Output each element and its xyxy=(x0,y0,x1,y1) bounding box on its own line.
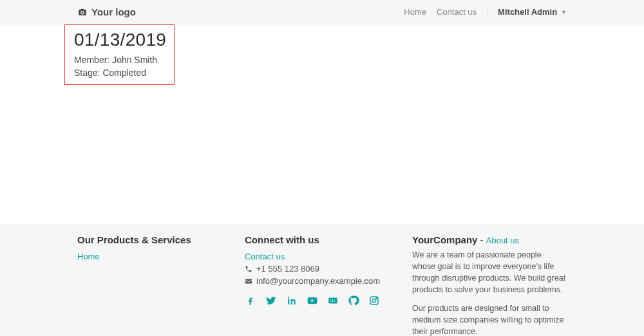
logo-text: Your logo xyxy=(91,6,136,17)
about-paragraph-2: Our products are designed for small to m… xyxy=(412,303,567,337)
nav-contact[interactable]: Contact us xyxy=(437,7,477,17)
svg-point-4 xyxy=(376,298,377,299)
email-text: info@yourcompany.example.com xyxy=(256,276,380,286)
facebook-icon[interactable] xyxy=(245,295,256,306)
main-content: 01/13/2019 Member: John Smith Stage: Com… xyxy=(0,24,644,224)
logo[interactable]: Your logo xyxy=(77,6,136,17)
stage-label: Stage: xyxy=(74,68,100,78)
email-row: info@yourcompany.example.com xyxy=(245,276,399,286)
record-member: Member: John Smith xyxy=(74,55,166,65)
footer-col-products: Our Products & Services Home xyxy=(77,234,232,336)
nav-separator xyxy=(487,6,488,18)
github-icon[interactable] xyxy=(348,295,359,306)
phone-text: +1 555 123 8069 xyxy=(256,264,319,274)
svg-point-3 xyxy=(372,299,375,302)
user-menu[interactable]: Mitchell Admin ▼ xyxy=(498,7,567,17)
about-company-name: YourCompany xyxy=(412,234,477,245)
footer-col-connect: Connect with us Contact us +1 555 123 80… xyxy=(245,234,399,336)
member-label: Member: xyxy=(74,55,109,65)
svg-text:G+: G+ xyxy=(330,299,336,303)
camera-icon xyxy=(77,8,88,17)
youtube-icon[interactable] xyxy=(307,295,318,306)
about-us-link[interactable]: About us xyxy=(486,236,519,245)
footer-col-about: YourCompany - About us We are a team of … xyxy=(412,234,567,336)
phone-icon xyxy=(245,265,252,273)
google-plus-icon[interactable]: G+ xyxy=(327,295,339,306)
nav-home[interactable]: Home xyxy=(404,7,426,17)
footer-link-contact[interactable]: Contact us xyxy=(245,252,399,261)
about-heading: YourCompany - About us xyxy=(412,234,567,245)
record-date: 01/13/2019 xyxy=(74,29,166,51)
footer-link-home[interactable]: Home xyxy=(77,252,100,261)
phone-row: +1 555 123 8069 xyxy=(245,264,399,274)
user-name: Mitchell Admin xyxy=(498,7,557,17)
record-stage: Stage: Completed xyxy=(74,68,166,78)
stage-value: Completed xyxy=(102,68,146,78)
member-value: John Smith xyxy=(112,55,157,65)
top-nav: Your logo Home Contact us Mitchell Admin… xyxy=(0,0,644,24)
about-paragraph-1: We are a team of passionate people whose… xyxy=(412,249,567,296)
chevron-down-icon: ▼ xyxy=(561,9,567,15)
products-heading: Our Products & Services xyxy=(77,234,232,245)
connect-heading: Connect with us xyxy=(245,234,399,245)
twitter-icon[interactable] xyxy=(265,295,277,306)
footer: Our Products & Services Home Connect wit… xyxy=(0,224,644,336)
about-dash: - xyxy=(477,234,486,245)
social-row: G+ xyxy=(245,295,399,306)
envelope-icon xyxy=(245,277,252,285)
record-card: 01/13/2019 Member: John Smith Stage: Com… xyxy=(64,24,175,85)
nav-right: Home Contact us Mitchell Admin ▼ xyxy=(404,6,567,18)
instagram-icon[interactable] xyxy=(368,295,380,306)
linkedin-icon[interactable] xyxy=(286,295,298,306)
